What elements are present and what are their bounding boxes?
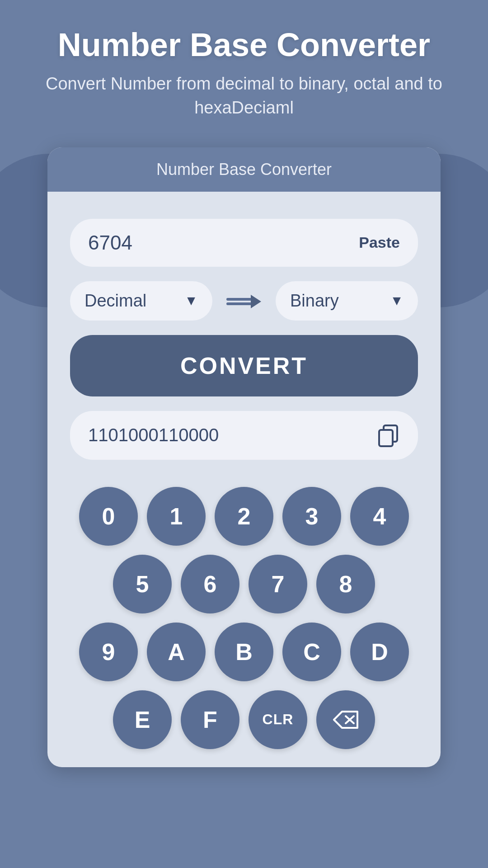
key-3[interactable]: 3 <box>282 487 341 546</box>
app-subtitle: Convert Number from decimal to binary, o… <box>27 72 461 120</box>
key-a[interactable]: A <box>147 623 206 681</box>
app-title: Number Base Converter <box>27 27 461 63</box>
copy-icon[interactable] <box>376 424 400 447</box>
key-e[interactable]: E <box>113 690 172 749</box>
svg-marker-2 <box>251 295 261 308</box>
input-row: 6704 Paste <box>70 219 418 267</box>
key-b[interactable]: B <box>215 623 273 681</box>
card-body: 6704 Paste Decimal ▼ <box>47 192 441 478</box>
selectors-row: Decimal ▼ Binary ▼ <box>70 281 418 321</box>
paste-button[interactable]: Paste <box>359 234 400 251</box>
to-chevron-icon: ▼ <box>390 293 404 308</box>
from-selector[interactable]: Decimal ▼ <box>70 281 212 321</box>
svg-rect-4 <box>379 430 393 446</box>
key-7[interactable]: 7 <box>249 555 307 613</box>
key-4[interactable]: 4 <box>350 487 409 546</box>
from-selector-label: Decimal <box>84 291 146 311</box>
result-value: 1101000110000 <box>88 425 219 445</box>
from-chevron-icon: ▼ <box>184 293 198 308</box>
key-9[interactable]: 9 <box>79 623 138 681</box>
input-value: 6704 <box>88 231 132 254</box>
key-1[interactable]: 1 <box>147 487 206 546</box>
key-clr[interactable]: CLR <box>249 690 307 749</box>
key-row-2: 5 6 7 8 <box>113 555 375 613</box>
key-row-3: 9 A B C D <box>79 623 409 681</box>
key-backspace[interactable] <box>316 690 375 749</box>
card-header-title: Number Base Converter <box>156 160 332 179</box>
card-header: Number Base Converter <box>47 147 441 192</box>
key-c[interactable]: C <box>282 623 341 681</box>
key-d[interactable]: D <box>350 623 409 681</box>
background-wrapper: Number Base Converter Convert Number fro… <box>0 0 488 868</box>
conversion-arrow-icon <box>221 289 267 312</box>
header-section: Number Base Converter Convert Number fro… <box>0 0 488 138</box>
to-selector-label: Binary <box>290 291 339 311</box>
key-2[interactable]: 2 <box>215 487 273 546</box>
key-row-1: 0 1 2 3 4 <box>79 487 409 546</box>
key-6[interactable]: 6 <box>181 555 239 613</box>
key-8[interactable]: 8 <box>316 555 375 613</box>
main-card: Number Base Converter 6704 Paste Decimal… <box>47 147 441 767</box>
key-0[interactable]: 0 <box>79 487 138 546</box>
keyboard-section: 0 1 2 3 4 5 6 7 8 9 A B C D <box>47 478 441 767</box>
result-row: 1101000110000 <box>70 411 418 460</box>
to-selector[interactable]: Binary ▼ <box>276 281 418 321</box>
number-input-field[interactable]: 6704 Paste <box>70 219 418 267</box>
key-f[interactable]: F <box>181 690 239 749</box>
key-5[interactable]: 5 <box>113 555 172 613</box>
result-field: 1101000110000 <box>70 411 418 460</box>
convert-button[interactable]: CONVERT <box>70 335 418 396</box>
key-row-4: E F CLR <box>113 690 375 749</box>
